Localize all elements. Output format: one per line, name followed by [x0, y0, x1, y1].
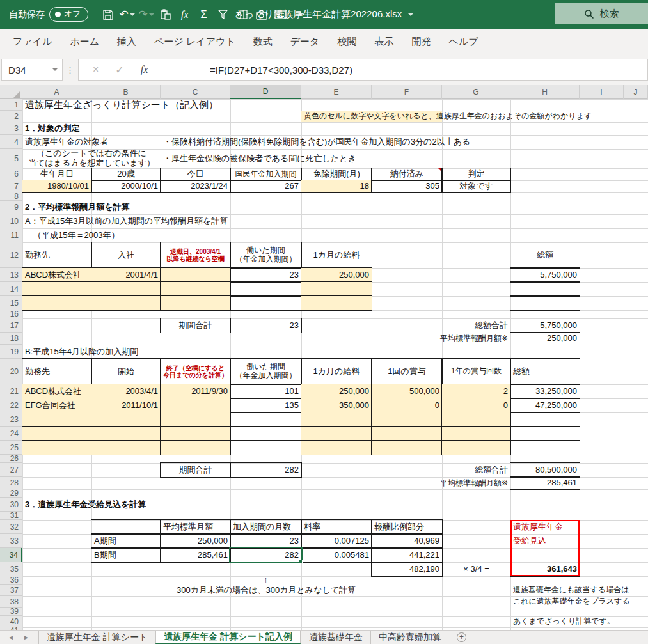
- document-title-menu[interactable]: ざっくり遺族厚生年金計算202206.xlsx: [235, 8, 413, 20]
- row-header-12[interactable]: 12: [0, 242, 22, 268]
- row-header-22[interactable]: 22: [0, 398, 22, 412]
- cell-G20[interactable]: 1年の賞与回数: [442, 359, 510, 384]
- row-header-37[interactable]: 37: [0, 585, 22, 596]
- row-header-39[interactable]: 39: [0, 608, 22, 616]
- cell-G24[interactable]: [442, 427, 510, 441]
- column-header-C[interactable]: C: [161, 85, 230, 99]
- row-header-6[interactable]: 6: [0, 168, 22, 180]
- cell-E7[interactable]: 18: [301, 180, 372, 192]
- cell-F32[interactable]: 報酬比例部分: [372, 520, 442, 534]
- cell-C15[interactable]: [161, 296, 230, 310]
- row-header-23[interactable]: 23: [0, 412, 22, 427]
- cell-D24[interactable]: [230, 427, 301, 441]
- cell-C12[interactable]: 退職日、2003/4/1 以降も継続なら空欄: [161, 242, 230, 268]
- cell-C20[interactable]: 終了（空欄にすると 今日までの分を計算）: [161, 359, 230, 384]
- cell-H21[interactable]: 33,250,000: [510, 384, 580, 398]
- cell-G18[interactable]: 平均標準報酬月額※: [442, 333, 510, 345]
- row-header-18[interactable]: 18: [0, 333, 22, 345]
- cell-C5[interactable]: ・厚生年金保険の被保険者である間に死亡したとき: [161, 149, 580, 168]
- cell-H18[interactable]: 250,000: [510, 333, 580, 345]
- cell-B14[interactable]: [91, 282, 161, 296]
- row-header-2[interactable]: 2: [0, 111, 22, 122]
- row-header-33[interactable]: 33: [0, 534, 22, 548]
- row-header-29[interactable]: 29: [0, 489, 22, 498]
- row-header-25[interactable]: 25: [0, 441, 22, 455]
- cell-C7[interactable]: 2023/1/24: [161, 180, 230, 192]
- cell-A24[interactable]: [22, 427, 91, 441]
- cell-D27[interactable]: 282: [230, 463, 301, 477]
- cell-F23[interactable]: [372, 412, 442, 427]
- cell-F34[interactable]: 441,221: [372, 548, 442, 562]
- cell-G22[interactable]: 0: [442, 398, 510, 412]
- cell-F25[interactable]: [372, 441, 442, 455]
- row-header-28[interactable]: 28: [0, 477, 22, 489]
- cell-D32[interactable]: 加入期間の月数: [230, 520, 301, 534]
- row-header-32[interactable]: 32: [0, 520, 22, 534]
- cell-H27[interactable]: 80,500,000: [510, 463, 580, 477]
- row-header-27[interactable]: 27: [0, 463, 22, 477]
- cell-C34[interactable]: 285,461: [161, 548, 230, 562]
- cell-E34[interactable]: 0.005481: [301, 548, 372, 562]
- row-header-3[interactable]: 3: [0, 122, 22, 135]
- cell-A30[interactable]: 3．遺族厚生年金受給見込を計算: [22, 498, 301, 512]
- cell-E32[interactable]: 料率: [301, 520, 372, 534]
- cell-A6[interactable]: 生年月日: [22, 168, 91, 180]
- ribbon-tab-7[interactable]: 表示: [365, 29, 402, 54]
- cell-A21[interactable]: ABCD株式会社: [22, 384, 91, 398]
- cell-D17[interactable]: 23: [230, 318, 301, 333]
- cell-C13[interactable]: [161, 268, 230, 282]
- row-header-1[interactable]: 1: [0, 99, 22, 111]
- formula-input[interactable]: =IF(D27+D17<300,300-D33,D27): [203, 59, 648, 81]
- cell-B12[interactable]: 入社: [91, 242, 161, 268]
- cell-H15[interactable]: [510, 296, 580, 310]
- cell-B6[interactable]: 20歳: [91, 168, 161, 180]
- row-header-31[interactable]: 31: [0, 512, 22, 520]
- cell-A19[interactable]: B:平成15年4月以降の加入期間: [22, 345, 301, 359]
- ribbon-tab-4[interactable]: 数式: [244, 29, 281, 54]
- cell-F7[interactable]: 305: [372, 180, 442, 192]
- cell-H20[interactable]: 総額: [510, 359, 580, 384]
- row-header-24[interactable]: 24: [0, 427, 22, 441]
- cell-D36[interactable]: ↑: [230, 576, 301, 585]
- cell-E15[interactable]: [301, 296, 372, 310]
- insert-function-icon[interactable]: fx: [177, 5, 193, 24]
- cell-C6[interactable]: 今日: [161, 168, 230, 180]
- cell-D33[interactable]: 23: [230, 534, 301, 548]
- ribbon-tab-9[interactable]: ヘルプ: [439, 29, 487, 54]
- column-header-A[interactable]: A: [22, 85, 91, 99]
- cell-F6[interactable]: 納付済み: [372, 168, 442, 180]
- row-header-20[interactable]: 20: [0, 359, 22, 384]
- paste-icon[interactable]: [157, 5, 174, 24]
- row-header-26[interactable]: 26: [0, 455, 22, 463]
- cell-D20[interactable]: 働いた期間 （年金加入期間）: [230, 359, 301, 384]
- cell-E14[interactable]: [301, 282, 372, 296]
- cell-A3[interactable]: 1．対象の判定: [22, 122, 161, 135]
- row-header-16[interactable]: 16: [0, 310, 22, 318]
- enter-icon[interactable]: ✓: [115, 64, 123, 76]
- cell-E13[interactable]: 250,000: [301, 268, 372, 282]
- cell-C23[interactable]: [161, 412, 230, 427]
- cell-A1[interactable]: 遺族厚生年金ざっくり計算シート（記入例）: [22, 99, 372, 111]
- cell-G21[interactable]: 2: [442, 384, 510, 398]
- ribbon-tab-6[interactable]: 校閲: [328, 29, 365, 54]
- column-header-F[interactable]: F: [372, 85, 442, 99]
- cell-D13[interactable]: 23: [230, 268, 301, 282]
- cell-F33[interactable]: 40,969: [372, 534, 442, 548]
- row-header-13[interactable]: 13: [0, 268, 22, 282]
- cell-A12[interactable]: 勤務先: [22, 242, 91, 268]
- column-header-D[interactable]: D: [230, 85, 301, 99]
- row-header-9[interactable]: 9: [0, 201, 22, 214]
- cell-H28[interactable]: 285,461: [510, 477, 580, 489]
- cell-H25[interactable]: [510, 441, 580, 455]
- cell-A10[interactable]: A：平成15年3月以前の加入期間の平均報酬月額を計算: [22, 214, 372, 228]
- cell-H37[interactable]: 遺族基礎年金にも該当する場合は: [510, 585, 648, 596]
- row-header-4[interactable]: 4: [0, 135, 22, 149]
- cell-G25[interactable]: [442, 441, 510, 455]
- cell-D23[interactable]: [230, 412, 301, 427]
- row-header-11[interactable]: 11: [0, 228, 22, 242]
- row-header-30[interactable]: 30: [0, 498, 22, 512]
- cell-B32[interactable]: [91, 520, 161, 534]
- sheet-grid[interactable]: 1234567891011121314151617181920212223242…: [0, 99, 648, 630]
- cell-G17[interactable]: 総額合計: [442, 318, 510, 333]
- cell-B21[interactable]: 2003/4/1: [91, 384, 161, 398]
